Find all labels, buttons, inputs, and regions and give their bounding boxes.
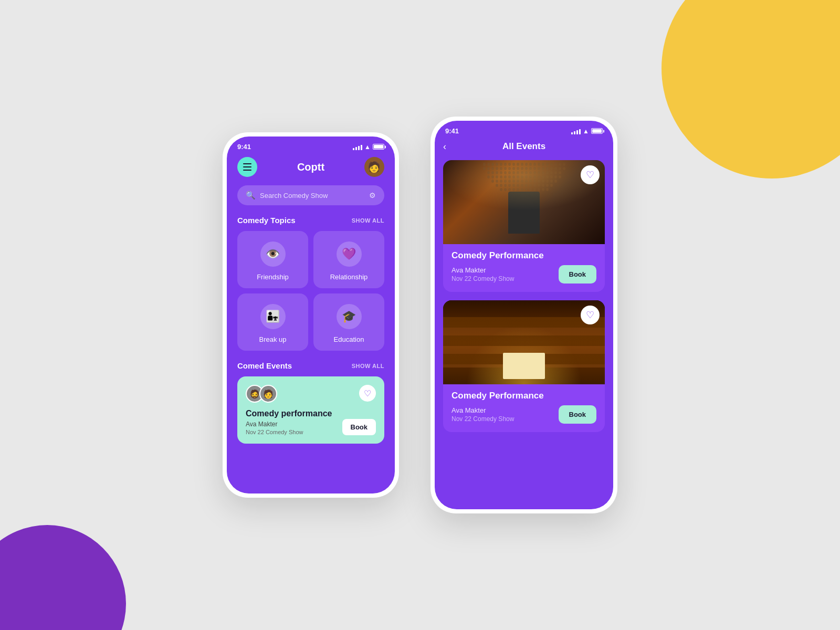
back-button[interactable]: ‹ xyxy=(443,141,446,152)
topics-title: Comedy Topics xyxy=(237,216,296,225)
friendship-icon: 👁️ xyxy=(260,242,286,267)
events-list: ♡ Comedy Performance Ava Makter Nov 22 C… xyxy=(435,160,613,491)
signal-icon-2 xyxy=(571,128,581,134)
phones-container: 9:41 ▲ xyxy=(223,117,617,513)
event-list-card-2: ♡ Comedy Performance Ava Makter Nov 22 C… xyxy=(443,300,605,432)
signal-icon xyxy=(353,144,362,150)
events-show-all[interactable]: SHOW ALL xyxy=(352,363,384,369)
menu-button[interactable] xyxy=(237,157,257,177)
phone-2: 9:41 ▲ ‹ All Events xyxy=(430,117,617,513)
avatar[interactable]: 🧑 xyxy=(364,157,384,177)
event-2-meta: Ava Makter Nov 22 Comedy Show xyxy=(452,406,514,423)
theater-stage xyxy=(503,353,545,379)
topic-breakup-label: Break up xyxy=(259,335,286,343)
events-section-header: Comed Events SHOW ALL xyxy=(227,361,395,376)
time-1: 9:41 xyxy=(237,143,251,151)
back-header: ‹ All Events xyxy=(435,137,613,160)
breakup-icon: 👨‍👧 xyxy=(260,304,286,329)
event-2-info: Comedy Performance Ava Makter Nov 22 Com… xyxy=(443,384,605,424)
event-card-1: 🧔 🧑 ♡ Comedy performance Ava Makter Nov … xyxy=(237,376,384,444)
battery-icon xyxy=(373,144,384,150)
topic-relationship[interactable]: 💜 Relationship xyxy=(313,231,384,288)
event-book-button[interactable]: Book xyxy=(342,419,376,435)
event-1-info: Comedy Performance Ava Makter Nov 22 Com… xyxy=(443,244,605,284)
topics-section-header: Comedy Topics SHOW ALL xyxy=(227,216,395,231)
relationship-icon: 💜 xyxy=(337,242,362,267)
event-1-date: Nov 22 Comedy Show xyxy=(452,275,514,282)
events-title: Comed Events xyxy=(237,361,292,370)
event-list-card-1: ♡ Comedy Performance Ava Makter Nov 22 C… xyxy=(443,160,605,292)
time-2: 9:41 xyxy=(445,127,459,135)
bg-circle-yellow xyxy=(662,0,840,178)
event-2-date: Nov 22 Comedy Show xyxy=(452,415,514,423)
topic-friendship-label: Friendship xyxy=(257,273,289,281)
search-icon: 🔍 xyxy=(246,191,256,200)
status-bar-2: 9:41 ▲ xyxy=(435,121,613,137)
crowd-dots xyxy=(443,163,605,209)
event-1-meta: Ava Makter Nov 22 Comedy Show xyxy=(452,266,514,282)
event-avatars: 🧔 🧑 xyxy=(246,385,376,403)
event-1-title: Comedy Performance xyxy=(452,250,596,261)
event-2-book-button[interactable]: Book xyxy=(559,405,597,424)
topic-breakup[interactable]: 👨‍👧 Break up xyxy=(237,293,308,351)
filter-icon[interactable]: ⚙ xyxy=(369,191,376,200)
event-1-performer: Ava Makter xyxy=(452,266,514,274)
event-2-heart-btn[interactable]: ♡ xyxy=(581,306,600,324)
topic-relationship-label: Relationship xyxy=(330,273,368,281)
event-2-performer: Ava Makter xyxy=(452,406,514,414)
event-card-title: Comedy performance xyxy=(246,409,376,418)
bg-circle-purple xyxy=(0,525,126,630)
topic-education-label: Education xyxy=(334,335,364,343)
event-1-book-button[interactable]: Book xyxy=(559,265,597,284)
wifi-icon-2: ▲ xyxy=(583,128,589,135)
app-title: Coptt xyxy=(297,161,324,173)
event-2-title: Comedy Performance xyxy=(452,391,596,401)
all-events-title: All Events xyxy=(502,141,545,152)
battery-icon-2 xyxy=(591,128,603,134)
phone-2-screen: 9:41 ▲ ‹ All Events xyxy=(435,121,613,509)
topics-show-all[interactable]: SHOW ALL xyxy=(352,217,384,224)
topics-grid: 👁️ Friendship 💜 Relationship 👨‍👧 Break u… xyxy=(227,231,395,361)
status-icons-1: ▲ xyxy=(353,143,384,151)
education-icon: 🎓 xyxy=(337,304,362,329)
event-1-heart-btn[interactable]: ♡ xyxy=(581,165,600,184)
search-bar[interactable]: 🔍 Search Comedy Show ⚙ xyxy=(237,185,384,205)
topic-education[interactable]: 🎓 Education xyxy=(313,293,384,351)
event-avatar-2: 🧑 xyxy=(259,385,277,403)
wifi-icon: ▲ xyxy=(364,143,371,151)
event-heart-btn[interactable]: ♡ xyxy=(359,385,376,402)
status-icons-2: ▲ xyxy=(571,128,603,135)
app-header-1: Coptt 🧑 xyxy=(227,153,395,185)
hamburger-icon xyxy=(243,163,251,171)
topic-friendship[interactable]: 👁️ Friendship xyxy=(237,231,308,288)
event-1-bottom: Ava Makter Nov 22 Comedy Show Book xyxy=(452,265,596,284)
search-placeholder: Search Comedy Show xyxy=(260,192,365,200)
status-bar-1: 9:41 ▲ xyxy=(227,136,395,153)
phone-1-screen: 9:41 ▲ xyxy=(227,136,395,494)
phone-1: 9:41 ▲ xyxy=(223,132,399,498)
concert-image: ♡ xyxy=(443,160,605,244)
event-2-bottom: Ava Makter Nov 22 Comedy Show Book xyxy=(452,405,596,424)
theater-image: ♡ xyxy=(443,300,605,384)
